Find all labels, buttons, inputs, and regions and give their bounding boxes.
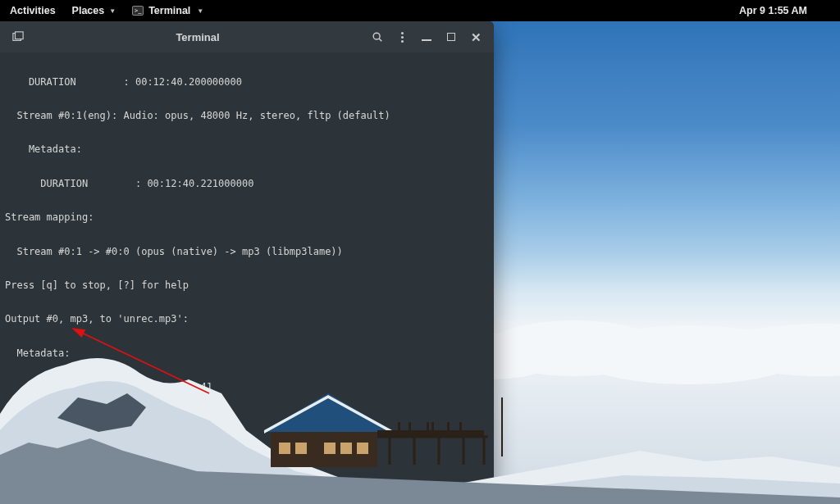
chevron-down-icon: ▼ — [109, 7, 116, 15]
places-menu[interactable]: Places ▼ — [72, 5, 116, 16]
terminal-line: Press [q] to stop, [?] for help — [0, 280, 494, 292]
svg-rect-11 — [340, 443, 352, 454]
svg-rect-8 — [279, 443, 290, 454]
window-titlebar[interactable]: Terminal ✕ — [0, 21, 494, 52]
activities-button[interactable]: Activities — [10, 5, 56, 16]
new-tab-button[interactable] — [7, 25, 30, 48]
minimize-button[interactable] — [415, 25, 438, 48]
terminal-line: Stream #0:1 -> #0:0 (opus (native) -> mp… — [0, 247, 494, 258]
window-title: Terminal — [30, 31, 366, 43]
search-icon — [372, 31, 383, 43]
close-icon: ✕ — [471, 31, 482, 43]
search-button[interactable] — [366, 25, 389, 48]
terminal-line: Stream mapping: — [0, 212, 494, 224]
close-button[interactable]: ✕ — [464, 25, 487, 48]
svg-rect-9 — [295, 443, 307, 454]
gnome-topbar: Activities Places ▼ >_ Terminal ▼ Apr 9 … — [0, 0, 840, 21]
kebab-icon — [401, 32, 404, 43]
svg-marker-6 — [262, 393, 394, 432]
active-app-menu[interactable]: >_ Terminal ▼ — [132, 5, 203, 16]
svg-rect-28 — [16, 32, 24, 39]
svg-line-30 — [379, 39, 381, 41]
new-tab-icon — [12, 31, 24, 43]
terminal-line: DURATION : 00:12:40.221000000 — [0, 179, 494, 190]
terminal-line: Metadata: — [0, 144, 494, 156]
clock[interactable]: Apr 9 1:55 AM — [739, 5, 807, 16]
places-label: Places — [72, 5, 105, 16]
svg-rect-23 — [431, 422, 434, 430]
terminal-line: Stream #0:1(eng): Audio: opus, 48000 Hz,… — [0, 111, 494, 122]
svg-rect-10 — [324, 443, 336, 454]
chevron-down-icon: ▼ — [197, 7, 203, 15]
svg-point-29 — [373, 33, 380, 39]
terminal-icon: >_ — [132, 6, 144, 16]
maximize-icon — [447, 33, 455, 41]
svg-rect-22 — [427, 422, 429, 430]
maximize-button[interactable] — [440, 25, 463, 48]
svg-rect-12 — [357, 443, 368, 454]
terminal-line: DURATION : 00:12:40.200000000 — [0, 77, 494, 89]
active-app-label: Terminal — [148, 5, 190, 16]
svg-rect-20 — [398, 422, 400, 430]
svg-rect-24 — [447, 422, 450, 430]
wallpaper-foreground — [0, 316, 840, 504]
svg-rect-25 — [459, 422, 462, 430]
minimize-icon — [422, 39, 431, 41]
menu-button[interactable] — [390, 25, 413, 48]
svg-rect-21 — [409, 422, 411, 430]
